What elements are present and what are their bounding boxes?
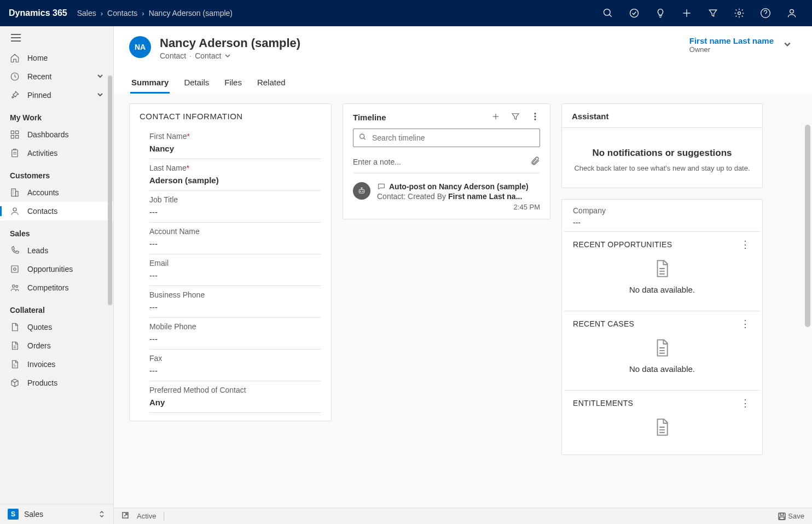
- area-initial: S: [8, 509, 19, 520]
- record-form[interactable]: Contact: [195, 51, 221, 60]
- field-value: ---: [149, 271, 321, 280]
- brand-label: Dynamics 365: [9, 8, 67, 18]
- hamburger-icon[interactable]: [0, 26, 113, 49]
- timeline-item[interactable]: Auto-post on Nancy Aderson (sample) Cont…: [343, 178, 550, 219]
- sidebar-item-contacts[interactable]: Contacts: [0, 202, 113, 220]
- search-icon[interactable]: [596, 0, 619, 26]
- owner-field[interactable]: First name Last name Owner: [689, 36, 797, 54]
- form-field[interactable]: First Name*Nancy: [149, 127, 321, 159]
- cube-icon: [10, 378, 20, 388]
- form-field[interactable]: Business Phone---: [149, 286, 321, 318]
- sidebar-item-dashboards[interactable]: Dashboards: [0, 125, 113, 144]
- form-field[interactable]: Preferred Method of ContactAny: [149, 381, 321, 413]
- related-card: Company --- RECENT OPPORTUNITIES⋮ No dat…: [561, 199, 763, 455]
- chevron-down-icon: [224, 53, 231, 59]
- note-input[interactable]: Enter a note...: [353, 153, 540, 173]
- plus-icon[interactable]: [675, 0, 698, 26]
- sidebar-item-label: Leads: [27, 246, 48, 255]
- breadcrumb-item[interactable]: Contacts: [107, 9, 137, 18]
- sidebar-item-orders[interactable]: Orders: [0, 336, 113, 355]
- sidebar-item-opportunities[interactable]: Opportunities: [0, 260, 113, 278]
- sidebar-item-label: Home: [27, 54, 48, 62]
- svg-point-7: [790, 9, 794, 13]
- area-switcher[interactable]: S Sales: [0, 504, 113, 524]
- document-icon: [10, 359, 20, 369]
- contact-info-card: CONTACT INFORMATION First Name*NancyLast…: [129, 103, 332, 421]
- form-field[interactable]: Email---: [149, 254, 321, 286]
- timeline-item-time: 2:45 PM: [377, 203, 540, 211]
- svg-point-2: [630, 9, 639, 18]
- chat-icon: [377, 182, 386, 191]
- more-icon[interactable]: ⋮: [740, 398, 751, 408]
- filter-icon[interactable]: [701, 0, 724, 26]
- svg-line-1: [610, 15, 612, 17]
- search-icon: [358, 133, 367, 143]
- bot-icon: [353, 182, 370, 200]
- sidebar-group-mywork: My Work: [0, 104, 113, 125]
- field-label: Business Phone: [149, 290, 321, 299]
- more-icon[interactable]: [530, 112, 540, 123]
- home-icon: [10, 53, 20, 63]
- lightbulb-icon[interactable]: [649, 0, 672, 26]
- sidebar-item-competitors[interactable]: Competitors: [0, 278, 113, 297]
- breadcrumb-item[interactable]: Sales: [77, 9, 96, 18]
- sidebar-item-pinned[interactable]: Pinned: [0, 86, 113, 104]
- svg-rect-14: [11, 136, 14, 138]
- help-icon[interactable]: [754, 0, 777, 26]
- tab-details[interactable]: Details: [183, 73, 210, 94]
- sidebar-item-invoices[interactable]: Invoices: [0, 355, 113, 374]
- sidebar-item-label: Pinned: [27, 91, 51, 100]
- gear-icon[interactable]: [728, 0, 751, 26]
- pin-icon: [10, 90, 20, 100]
- form-field[interactable]: Last Name*Aderson (sample): [149, 159, 321, 191]
- save-button[interactable]: Save: [778, 512, 804, 520]
- form-field[interactable]: Fax---: [149, 350, 321, 381]
- tab-files[interactable]: Files: [223, 73, 243, 94]
- form-field[interactable]: Job Title---: [149, 191, 321, 223]
- more-icon[interactable]: ⋮: [740, 240, 751, 249]
- filter-icon[interactable]: [511, 112, 520, 123]
- tab-summary[interactable]: Summary: [130, 73, 170, 94]
- field-label: Mobile Phone: [149, 322, 321, 331]
- topbar: Dynamics 365 Sales › Contacts › Nancy Ad…: [0, 0, 812, 26]
- company-value[interactable]: ---: [573, 218, 751, 227]
- sidebar-item-activities[interactable]: Activities: [0, 144, 113, 162]
- sidebar-item-leads[interactable]: Leads: [0, 241, 113, 260]
- sidebar-item-quotes[interactable]: Quotes: [0, 318, 113, 336]
- breadcrumb-item[interactable]: Nancy Aderson (sample): [149, 9, 233, 18]
- attachment-icon[interactable]: [530, 156, 540, 167]
- timeline-search-input[interactable]: [353, 129, 540, 147]
- svg-line-30: [364, 138, 366, 139]
- sidebar-item-recent[interactable]: Recent: [0, 67, 113, 86]
- scrollbar-thumb[interactable]: [805, 125, 810, 327]
- svg-rect-37: [780, 517, 784, 520]
- sidebar: Home Recent Pinned My Work Dashboards Ac…: [0, 26, 114, 524]
- svg-rect-13: [16, 131, 19, 133]
- related-section: RECENT OPPORTUNITIES⋮ No data available.: [564, 231, 760, 311]
- sidebar-group-sales: Sales: [0, 220, 113, 241]
- assistant-headline: No notifications or suggestions: [572, 148, 752, 159]
- timeline-card: Timeline Enter a note...: [343, 103, 550, 219]
- tab-related[interactable]: Related: [256, 73, 287, 94]
- field-value: ---: [149, 302, 321, 312]
- section-title: CONTACT INFORMATION: [140, 112, 321, 121]
- popout-icon[interactable]: [121, 511, 129, 521]
- field-label: Account Name: [149, 227, 321, 236]
- form-field[interactable]: Mobile Phone---: [149, 318, 321, 350]
- form-field[interactable]: Account Name---: [149, 223, 321, 254]
- sidebar-item-home[interactable]: Home: [0, 49, 113, 67]
- sidebar-item-products[interactable]: Products: [0, 374, 113, 392]
- sidebar-item-label: Quotes: [27, 323, 52, 331]
- related-section-title: RECENT CASES: [573, 319, 634, 328]
- task-icon[interactable]: [623, 0, 646, 26]
- plus-icon[interactable]: [491, 112, 501, 123]
- person-icon[interactable]: [780, 0, 803, 26]
- scrollbar-thumb[interactable]: [108, 75, 112, 305]
- sidebar-item-accounts[interactable]: Accounts: [0, 183, 113, 202]
- tab-bar: Summary Details Files Related: [129, 73, 797, 94]
- status-text: Active: [137, 512, 156, 520]
- building-icon: [10, 188, 20, 197]
- more-icon[interactable]: ⋮: [740, 319, 751, 329]
- sidebar-item-label: Products: [27, 379, 57, 387]
- svg-rect-16: [12, 150, 18, 157]
